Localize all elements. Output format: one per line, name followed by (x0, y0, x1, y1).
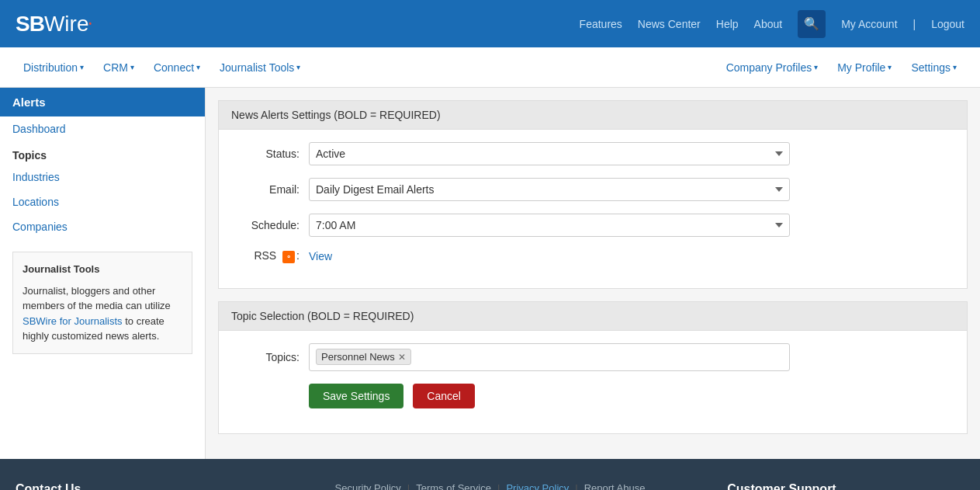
email-row: Email: Daily Digest Email Alerts (231, 178, 954, 201)
sbwire-journalists-link[interactable]: SBWire for Journalists (23, 315, 123, 327)
report-abuse-link[interactable]: Report Abuse (584, 482, 646, 491)
privacy-link[interactable]: Privacy Policy (506, 482, 569, 491)
news-alerts-section: News Alerts Settings (BOLD = REQUIRED) S… (218, 100, 968, 289)
nav-company-profiles[interactable]: Company Profiles ▾ (719, 57, 826, 78)
nav-features[interactable]: Features (580, 18, 622, 30)
box-text-1: Journalist, bloggers and other members o… (23, 285, 171, 312)
topic-selection-header: Topic Selection (BOLD = REQUIRED) (219, 302, 967, 331)
topics-label: Topics: (231, 351, 309, 363)
status-select[interactable]: Active (309, 142, 790, 165)
nav-logout[interactable]: Logout (931, 18, 964, 30)
news-alerts-header: News Alerts Settings (BOLD = REQUIRED) (219, 101, 967, 130)
second-nav-left: Distribution ▾ CRM ▾ Connect ▾ Journalis… (16, 57, 719, 78)
logo[interactable]: SBWire• (16, 12, 92, 36)
footer-inner: Contact Us 📞 888-4-SBWIRE | US Security … (16, 482, 964, 491)
save-settings-button[interactable]: Save Settings (309, 384, 403, 408)
sidebar-alerts-header[interactable]: Alerts (0, 88, 205, 116)
nav-settings[interactable]: Settings ▾ (903, 57, 964, 78)
footer: Contact Us 📞 888-4-SBWIRE | US Security … (0, 459, 980, 491)
sidebar-item-industries[interactable]: Industries (0, 165, 205, 189)
topics-row: Topics: Personnel News ✕ (231, 343, 954, 371)
chevron-down-icon: ▾ (80, 63, 84, 71)
nav-help[interactable]: Help (716, 18, 739, 30)
topic-selection-section: Topic Selection (BOLD = REQUIRED) Topics… (218, 301, 968, 434)
topic-selection-body: Topics: Personnel News ✕ Save Settings C… (219, 331, 967, 433)
chevron-down-icon: ▾ (953, 63, 957, 71)
security-policy-link[interactable]: Security Policy (335, 482, 401, 491)
top-nav: SBWire• Features News Center Help About … (0, 0, 980, 47)
nav-connect[interactable]: Connect ▾ (146, 57, 208, 78)
topics-input-area[interactable]: Personnel News ✕ (309, 343, 790, 371)
sidebar: Alerts Dashboard Topics Industries Locat… (0, 88, 206, 459)
rss-row: RSS ⚬: View (231, 249, 954, 263)
footer-center: Security Policy | Terms of Service | Pri… (253, 482, 728, 491)
chevron-down-icon: ▾ (296, 63, 300, 71)
main-wrapper: Alerts Dashboard Topics Industries Locat… (0, 88, 980, 459)
status-label: Status: (231, 148, 309, 160)
rss-label: RSS ⚬: (231, 249, 309, 263)
footer-support: Customer Support 🔍 Knowledgebase (727, 482, 964, 491)
search-button[interactable]: 🔍 (798, 10, 826, 38)
nav-crm[interactable]: CRM ▾ (95, 57, 142, 78)
footer-links: Security Policy | Terms of Service | Pri… (253, 482, 728, 491)
second-nav-right: Company Profiles ▾ My Profile ▾ Settings… (719, 57, 964, 78)
nav-divider: | (913, 18, 916, 30)
box-title: Journalist Tools (23, 262, 182, 277)
footer-contact: Contact Us 📞 888-4-SBWIRE | US (16, 482, 253, 491)
chevron-down-icon: ▾ (130, 63, 134, 71)
nav-about[interactable]: About (754, 18, 783, 30)
sidebar-item-companies[interactable]: Companies (0, 214, 205, 239)
chevron-down-icon: ▾ (888, 63, 892, 71)
topic-tag: Personnel News ✕ (316, 349, 411, 365)
nav-my-profile[interactable]: My Profile ▾ (829, 57, 899, 78)
chevron-down-icon: ▾ (196, 63, 200, 71)
action-buttons-row: Save Settings Cancel (231, 384, 954, 408)
top-nav-links: Features News Center Help About 🔍 My Acc… (580, 10, 964, 38)
action-buttons: Save Settings Cancel (309, 384, 475, 408)
topic-remove-icon[interactable]: ✕ (398, 352, 406, 363)
news-alerts-body: Status: Active Email: Daily Digest Email… (219, 130, 967, 288)
chevron-down-icon: ▾ (814, 63, 818, 71)
email-select[interactable]: Daily Digest Email Alerts (309, 178, 790, 201)
nav-distribution[interactable]: Distribution ▾ (16, 57, 92, 78)
footer-contact-title: Contact Us (16, 482, 253, 491)
cancel-button[interactable]: Cancel (413, 384, 475, 408)
nav-myaccount[interactable]: My Account (841, 18, 897, 30)
content-area: News Alerts Settings (BOLD = REQUIRED) S… (206, 88, 980, 459)
sidebar-topics-header: Topics (0, 141, 205, 165)
topic-tag-label: Personnel News (321, 351, 395, 363)
journalist-tools-box: Journalist Tools Journalist, bloggers an… (12, 252, 192, 354)
terms-link[interactable]: Terms of Service (416, 482, 491, 491)
email-label: Email: (231, 183, 309, 196)
nav-journalist-tools[interactable]: Journalist Tools ▾ (212, 57, 308, 78)
sidebar-item-locations[interactable]: Locations (0, 189, 205, 214)
rss-view-link[interactable]: View (309, 250, 332, 262)
sidebar-item-dashboard[interactable]: Dashboard (0, 116, 205, 141)
rss-icon: ⚬ (282, 251, 295, 263)
schedule-select[interactable]: 7:00 AM (309, 214, 790, 237)
second-nav: Distribution ▾ CRM ▾ Connect ▾ Journalis… (0, 47, 980, 88)
nav-newscenter[interactable]: News Center (638, 18, 701, 30)
schedule-row: Schedule: 7:00 AM (231, 214, 954, 237)
schedule-label: Schedule: (231, 219, 309, 231)
status-row: Status: Active (231, 142, 954, 165)
footer-support-title: Customer Support (727, 482, 964, 491)
